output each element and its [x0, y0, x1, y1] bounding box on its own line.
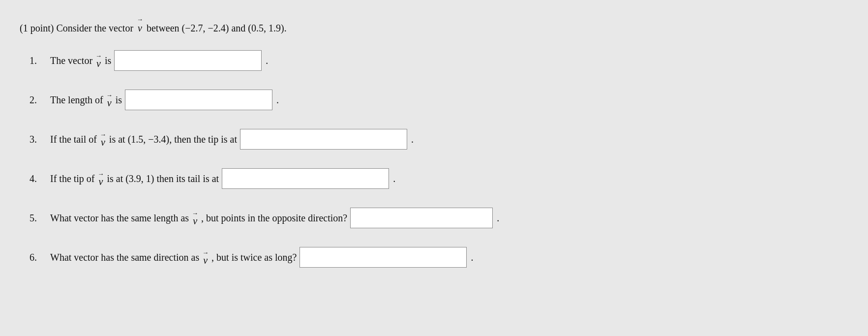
q3-text: If the tail of v is at (1.5, −3.4), then…	[50, 131, 237, 148]
question-item-6: 6. What vector has the same direction as…	[30, 247, 848, 268]
question-item-3: 3. If the tail of v is at (1.5, −3.4), t…	[30, 129, 848, 150]
q1-period: .	[266, 55, 268, 66]
q3-number: 3.	[30, 134, 44, 145]
q4-text: If the tip of v is at (3.9, 1) then its …	[50, 170, 219, 187]
q2-vector-symbol: v	[107, 92, 112, 109]
questions-list: 1. The vector v is . 2. The length of v …	[20, 50, 848, 268]
question-item-4: 4. If the tip of v is at (3.9, 1) then i…	[30, 168, 848, 189]
header-text: (1 point) Consider the vector	[20, 23, 133, 33]
q6-middle: , but is twice as long?	[211, 252, 297, 263]
q2-prefix: The length of	[50, 94, 103, 106]
q3-input[interactable]	[240, 129, 407, 150]
q3-vector-symbol: v	[101, 131, 105, 148]
q4-period: .	[393, 173, 395, 184]
q1-number: 1.	[30, 55, 44, 66]
q6-text: What vector has the same direction as v …	[50, 249, 297, 266]
q3-prefix: If the tail of	[50, 134, 97, 145]
q6-input[interactable]	[299, 247, 467, 268]
q3-period: .	[411, 134, 414, 145]
q5-period: .	[497, 213, 499, 224]
q5-prefix: What vector has the same length as	[50, 213, 189, 224]
question-item-5: 5. What vector has the same length as v …	[30, 208, 848, 228]
q5-input[interactable]	[350, 208, 493, 228]
q1-middle: is	[105, 55, 111, 66]
q1-input[interactable]	[114, 50, 262, 71]
q2-number: 2.	[30, 94, 44, 106]
q6-period: .	[471, 252, 473, 263]
header-vector-symbol: v	[138, 15, 142, 35]
q3-middle: is at (1.5, −3.4), then the tip is at	[109, 134, 237, 145]
q6-vector-symbol: v	[203, 249, 208, 266]
header-between-text: between (−2.7, −2.4) and (0.5, 1.9).	[147, 23, 287, 33]
q1-vector-symbol: v	[96, 52, 101, 69]
q6-number: 6.	[30, 252, 44, 263]
q5-number: 5.	[30, 213, 44, 224]
q1-text: The vector v is	[50, 52, 111, 69]
q2-input[interactable]	[125, 90, 272, 110]
question-item-2: 2. The length of v is .	[30, 90, 848, 110]
q5-middle: , but points in the opposite direction?	[201, 213, 347, 224]
q5-vector-symbol: v	[193, 210, 197, 227]
q2-period: .	[276, 94, 279, 106]
problem-header: (1 point) Consider the vector v between …	[20, 15, 848, 35]
q4-prefix: If the tip of	[50, 173, 95, 184]
q4-vector-symbol: v	[99, 170, 103, 187]
q2-text: The length of v is	[50, 92, 122, 109]
q1-prefix: The vector	[50, 55, 92, 66]
q4-middle: is at (3.9, 1) then its tail is at	[107, 173, 219, 184]
q5-text: What vector has the same length as v , b…	[50, 210, 347, 227]
q6-prefix: What vector has the same direction as	[50, 252, 199, 263]
q2-middle: is	[116, 94, 122, 106]
question-item-1: 1. The vector v is .	[30, 50, 848, 71]
q4-input[interactable]	[222, 168, 389, 189]
q4-number: 4.	[30, 173, 44, 184]
